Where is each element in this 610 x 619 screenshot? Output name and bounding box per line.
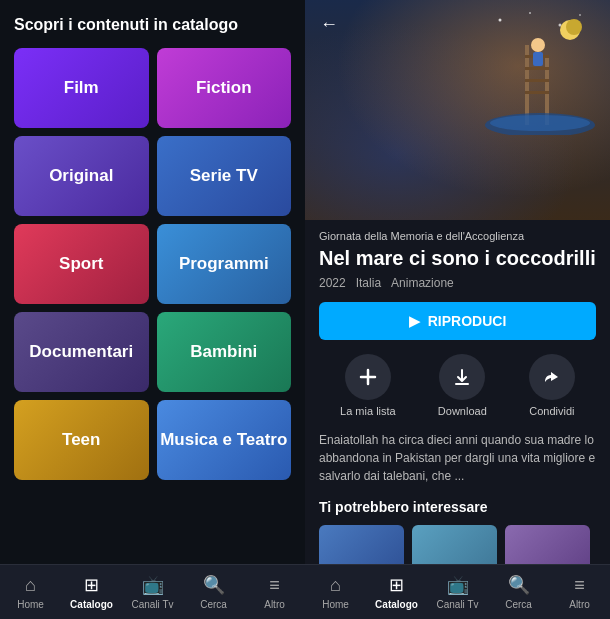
back-button[interactable]: ← [315,10,343,38]
right-nav-label-home: Home [322,599,349,610]
hero-illustration [480,5,600,135]
left-nav-label-catalogo: Catalogo [70,599,113,610]
left-nav-icon-canali: 📺 [142,574,164,596]
action-condividi[interactable]: Condividi [529,354,575,417]
right-bottom-nav: ⌂ Home ⊞ Catalogo 📺 Canali Tv 🔍 Cerca ≡ … [305,564,610,619]
right-nav-altro[interactable]: ≡ Altro [557,575,602,610]
svg-rect-13 [533,52,543,66]
action-label-download: Download [438,405,487,417]
category-label-fiction: Fiction [196,78,252,98]
category-fiction[interactable]: Fiction [157,48,292,128]
category-serietv[interactable]: Serie TV [157,136,292,216]
play-icon: ▶ [409,313,420,329]
action-download[interactable]: Download [438,354,487,417]
svg-rect-11 [525,91,549,94]
left-bottom-nav: ⌂ Home ⊞ Catalogo 📺 Canali Tv 🔍 Cerca ≡ … [0,564,305,619]
svg-point-15 [490,115,590,131]
category-label-teen: Teen [62,430,100,450]
left-nav-label-cerca: Cerca [200,599,227,610]
meta-info: 2022 Italia Animazione [319,276,596,290]
meta-genre: Animazione [391,276,454,290]
thumbnail-giochi[interactable]: GIOCHI DI GUERRA [319,525,404,564]
svg-point-12 [531,38,545,52]
category-label-film: Film [64,78,99,98]
play-label: RIPRODUCI [428,313,507,329]
movie-title: Nel mare ci sono i coccodrilli [319,246,596,270]
category-musicateatro[interactable]: Musica e Teatro [157,400,292,480]
category-label-documentari: Documentari [29,342,133,362]
svg-point-0 [499,19,502,22]
related-section-title: Ti potrebbero interessare [319,499,596,515]
right-nav-cerca[interactable]: 🔍 Cerca [496,574,541,610]
left-panel: Scopri i contenuti in catalogo FilmFicti… [0,0,305,619]
action-icon-lista [345,354,391,400]
svg-rect-10 [525,79,549,82]
svg-rect-9 [525,67,549,70]
content-section: Giornata della Memoria e dell'Accoglienz… [305,220,610,564]
left-nav-icon-cerca: 🔍 [203,574,225,596]
right-nav-home[interactable]: ⌂ Home [313,575,358,610]
right-nav-label-catalogo: Catalogo [375,599,418,610]
thumbnail-francesco[interactable]: Francesco [505,525,590,564]
left-nav-icon-altro: ≡ [269,575,280,596]
play-button[interactable]: ▶ RIPRODUCI [319,302,596,340]
category-grid: FilmFictionOriginalSerie TVSportProgramm… [14,48,291,480]
event-tag: Giornata della Memoria e dell'Accoglienz… [319,230,596,242]
left-nav-canali[interactable]: 📺 Canali Tv [130,574,175,610]
svg-point-3 [579,14,581,16]
right-nav-label-canali: Canali Tv [436,599,478,610]
right-nav-canali[interactable]: 📺 Canali Tv [435,574,480,610]
category-programmi[interactable]: Programmi [157,224,292,304]
action-lista[interactable]: La mia lista [340,354,396,417]
right-nav-icon-cerca: 🔍 [508,574,530,596]
right-nav-icon-home: ⌂ [330,575,341,596]
action-label-lista: La mia lista [340,405,396,417]
left-nav-label-altro: Altro [264,599,285,610]
category-original[interactable]: Original [14,136,149,216]
thumbnails-row: GIOCHI DI GUERRAMissione MareFrancesco [319,525,596,564]
category-teen[interactable]: Teen [14,400,149,480]
category-label-original: Original [49,166,113,186]
category-bambini[interactable]: Bambini [157,312,292,392]
category-label-programmi: Programmi [179,254,269,274]
right-nav-icon-canali: 📺 [447,574,469,596]
category-documentari[interactable]: Documentari [14,312,149,392]
category-label-sport: Sport [59,254,103,274]
right-nav-label-cerca: Cerca [505,599,532,610]
left-nav-label-canali: Canali Tv [131,599,173,610]
movie-description: Enaiatollah ha circa dieci anni quando s… [319,431,596,485]
left-nav-home[interactable]: ⌂ Home [8,575,53,610]
right-nav-label-altro: Altro [569,599,590,610]
category-label-serietv: Serie TV [190,166,258,186]
svg-point-1 [529,12,531,14]
action-row: La mia listaDownloadCondividi [319,354,596,417]
right-panel: ← Giornata della Memoria e dell'Accoglie… [305,0,610,619]
right-nav-catalogo[interactable]: ⊞ Catalogo [374,574,419,610]
action-icon-download [439,354,485,400]
left-nav-catalogo[interactable]: ⊞ Catalogo [69,574,114,610]
action-label-condividi: Condividi [529,405,574,417]
left-nav-altro[interactable]: ≡ Altro [252,575,297,610]
left-nav-cerca[interactable]: 🔍 Cerca [191,574,236,610]
right-nav-icon-altro: ≡ [574,575,585,596]
hero-section: ← [305,0,610,220]
meta-year: 2022 [319,276,346,290]
category-film[interactable]: Film [14,48,149,128]
right-nav-icon-catalogo: ⊞ [389,574,404,596]
left-nav-icon-home: ⌂ [25,575,36,596]
left-nav-icon-catalogo: ⊞ [84,574,99,596]
category-sport[interactable]: Sport [14,224,149,304]
thumbnail-missione[interactable]: Missione Mare [412,525,497,564]
svg-point-5 [566,19,582,35]
action-icon-condividi [529,354,575,400]
category-label-bambini: Bambini [190,342,257,362]
page-title: Scopri i contenuti in catalogo [10,16,295,34]
category-label-musicateatro: Musica e Teatro [160,430,287,450]
meta-country: Italia [356,276,381,290]
left-nav-label-home: Home [17,599,44,610]
